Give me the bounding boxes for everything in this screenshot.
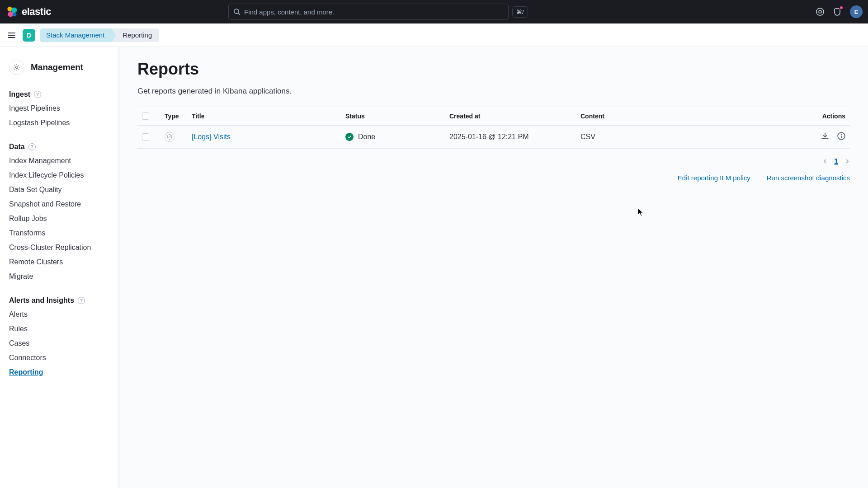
svg-line-5: [238, 13, 240, 15]
sidebar-item-cases[interactable]: Cases: [0, 336, 119, 351]
elastic-logo[interactable]: elastic: [5, 5, 51, 18]
sidebar-item-migrate[interactable]: Migrate: [0, 269, 119, 284]
breadcrumb-reporting: Reporting: [112, 28, 159, 42]
compass-icon: [165, 132, 175, 142]
sidebar-item-reporting[interactable]: Reporting: [0, 365, 119, 380]
report-title-link[interactable]: [Logs] Visits: [192, 133, 231, 141]
page-title: Reports: [137, 60, 850, 79]
check-circle-icon: [345, 133, 354, 141]
created-at-cell: 2025-01-16 @ 12:21 PM: [445, 126, 576, 149]
table-row: [Logs] Visits Done 2025-01-16 @ 12:21 PM…: [137, 126, 850, 149]
notification-dot-icon: [839, 5, 844, 10]
sidebar-item-transforms[interactable]: Transforms: [0, 226, 119, 240]
sidebar-item-logstash-pipelines[interactable]: Logstash Pipelines: [0, 116, 119, 130]
header-right: E: [816, 5, 863, 18]
sidebar-section-label: Ingest: [9, 90, 30, 99]
sidebar-item-connectors[interactable]: Connectors: [0, 351, 119, 365]
elastic-logo-text: elastic: [22, 6, 51, 18]
search-icon: [233, 8, 241, 15]
svg-point-3: [13, 13, 17, 17]
question-icon[interactable]: ?: [78, 297, 85, 304]
global-search-wrap: ⌘/: [228, 4, 528, 20]
col-content[interactable]: Content: [576, 107, 648, 126]
svg-point-2: [8, 11, 13, 17]
nav-toggle-button[interactable]: [5, 29, 18, 42]
footer-links: Edit reporting ILM policy Run screenshot…: [137, 174, 850, 182]
gear-icon: [9, 60, 24, 75]
svg-point-7: [819, 10, 821, 13]
reports-table: Type Title Status Created at Content Act…: [137, 107, 850, 149]
chevron-right-icon: [844, 159, 850, 164]
breadcrumb: Stack Management Reporting: [40, 28, 159, 42]
sidebar-section-label: Data: [9, 143, 25, 151]
svg-point-4: [234, 9, 239, 14]
global-search-input[interactable]: [244, 8, 504, 16]
sidebar-title: Management: [0, 55, 119, 86]
secondary-header: D Stack Management Reporting: [0, 23, 868, 47]
sidebar-title-text: Management: [31, 62, 83, 72]
management-sidebar: Management Ingest ? Ingest Pipelines Log…: [0, 47, 119, 488]
sidebar-section-label: Alerts and Insights: [9, 296, 74, 305]
question-icon[interactable]: ?: [34, 91, 41, 98]
status-cell: Done: [345, 133, 440, 141]
download-icon[interactable]: [821, 132, 829, 142]
col-status[interactable]: Status: [341, 107, 445, 126]
global-search[interactable]: [228, 4, 509, 20]
search-shortcut-badge: ⌘/: [512, 6, 528, 18]
sidebar-item-rollup-jobs[interactable]: Rollup Jobs: [0, 211, 119, 226]
status-text: Done: [358, 133, 375, 141]
sidebar-section-alerts: Alerts and Insights ?: [0, 292, 119, 307]
svg-point-11: [16, 66, 18, 69]
select-all-checkbox[interactable]: [142, 113, 149, 120]
col-type[interactable]: Type: [160, 107, 187, 126]
sidebar-item-ccr[interactable]: Cross-Cluster Replication: [0, 240, 119, 255]
table-header-row: Type Title Status Created at Content Act…: [137, 107, 850, 126]
space-selector[interactable]: D: [23, 29, 35, 42]
sidebar-item-ingest-pipelines[interactable]: Ingest Pipelines: [0, 101, 119, 116]
global-header: elastic ⌘/ E: [0, 0, 868, 23]
sidebar-item-index-management[interactable]: Index Management: [0, 154, 119, 168]
col-actions: Actions: [648, 107, 850, 126]
sidebar-section-data: Data ?: [0, 138, 119, 154]
row-actions: [653, 132, 845, 142]
next-page-button[interactable]: [844, 158, 850, 166]
page-number[interactable]: 1: [834, 158, 838, 166]
svg-point-6: [816, 8, 824, 15]
svg-point-15: [841, 134, 841, 135]
run-diagnostics-link[interactable]: Run screenshot diagnostics: [767, 174, 850, 182]
main-content: Reports Get reports generated in Kibana …: [119, 47, 868, 488]
sidebar-item-alerts[interactable]: Alerts: [0, 307, 119, 322]
sidebar-item-data-set-quality[interactable]: Data Set Quality: [0, 183, 119, 197]
pagination: 1: [137, 158, 850, 166]
page-layout: Management Ingest ? Ingest Pipelines Log…: [0, 47, 868, 488]
row-checkbox[interactable]: [142, 133, 149, 141]
sidebar-item-rules[interactable]: Rules: [0, 322, 119, 336]
col-created[interactable]: Created at: [445, 107, 576, 126]
newsfeed-icon[interactable]: [833, 7, 842, 16]
user-avatar[interactable]: E: [850, 5, 863, 18]
page-subtitle: Get reports generated in Kibana applicat…: [137, 87, 850, 96]
content-cell: CSV: [576, 126, 648, 149]
question-icon[interactable]: ?: [28, 143, 36, 150]
prev-page-button[interactable]: [822, 158, 828, 166]
elastic-logo-icon: [5, 5, 18, 18]
info-icon[interactable]: [837, 132, 845, 142]
breadcrumb-stack-management[interactable]: Stack Management: [40, 28, 112, 42]
edit-ilm-policy-link[interactable]: Edit reporting ILM policy: [678, 174, 750, 182]
col-title[interactable]: Title: [187, 107, 341, 126]
chevron-left-icon: [822, 159, 828, 164]
sidebar-section-ingest: Ingest ?: [0, 86, 119, 101]
sidebar-item-remote-clusters[interactable]: Remote Clusters: [0, 255, 119, 269]
sidebar-item-snapshot-restore[interactable]: Snapshot and Restore: [0, 197, 119, 211]
help-icon[interactable]: [816, 7, 825, 16]
sidebar-item-ilm-policies[interactable]: Index Lifecycle Policies: [0, 168, 119, 183]
